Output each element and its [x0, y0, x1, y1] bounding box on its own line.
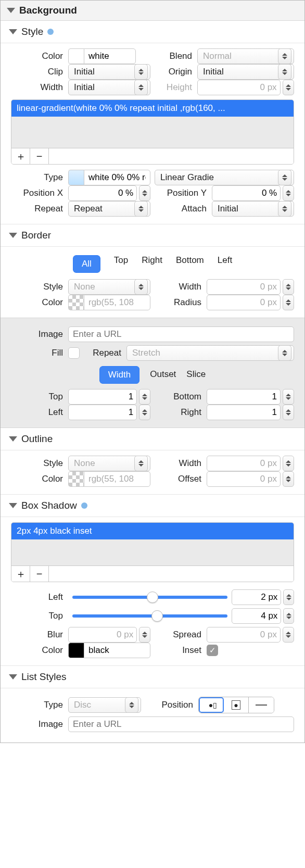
- shadow-top-stepper[interactable]: [283, 608, 294, 624]
- position-inside[interactable]: ●: [224, 697, 249, 713]
- side-bottom[interactable]: Bottom: [176, 255, 204, 273]
- border-repeat-select[interactable]: Stretch: [126, 345, 294, 361]
- gradient-list[interactable]: linear-gradient(white 0% 0% repeat initi…: [11, 99, 294, 165]
- bimg-top-stepper[interactable]: [139, 389, 150, 405]
- shadow-left-input[interactable]: [232, 589, 281, 605]
- subsection-border[interactable]: Border: [1, 224, 304, 247]
- bg-height-stepper[interactable]: [283, 80, 294, 95]
- shadow-list-item[interactable]: 2px 4px black inset: [11, 523, 294, 539]
- outline-width-stepper[interactable]: [283, 456, 294, 471]
- add-button[interactable]: ＋: [11, 148, 30, 164]
- wos-outset[interactable]: Outset: [150, 366, 176, 384]
- outline-style-select[interactable]: None: [68, 456, 150, 471]
- side-top[interactable]: Top: [114, 255, 128, 273]
- repeat-select[interactable]: Repeat: [68, 201, 150, 217]
- list-image-input[interactable]: [68, 716, 294, 732]
- subsection-style[interactable]: Style: [1, 21, 304, 43]
- repeat-label: Repeat: [11, 204, 68, 214]
- origin-select[interactable]: Initial: [197, 64, 294, 80]
- gradient-kind-select[interactable]: Linear Gradie: [155, 170, 294, 185]
- wos-width[interactable]: Width: [99, 366, 139, 384]
- border-color-swatch[interactable]: [68, 295, 84, 310]
- subsection-title: List Styles: [21, 671, 67, 683]
- shadow-left-slider[interactable]: [72, 596, 227, 599]
- pos-x-input[interactable]: [68, 185, 137, 201]
- subsection-list-styles[interactable]: List Styles: [1, 665, 304, 688]
- modified-indicator-icon: [47, 29, 54, 35]
- border-image-input[interactable]: [68, 326, 294, 342]
- side-all[interactable]: All: [73, 255, 100, 273]
- list-position-segmented[interactable]: ●▯ ●: [198, 697, 274, 713]
- outline-offset-label: Offset: [155, 474, 207, 484]
- bimg-right-input[interactable]: [207, 405, 281, 420]
- gradient-list-item[interactable]: linear-gradient(white 0% 0% repeat initi…: [11, 100, 294, 117]
- border-width-stepper[interactable]: [283, 279, 294, 295]
- border-radius-input[interactable]: [207, 295, 281, 310]
- shadow-list[interactable]: 2px 4px black inset ＋ −: [11, 522, 294, 582]
- border-style-select[interactable]: None: [68, 279, 150, 295]
- pos-x-label: Position X: [11, 188, 68, 198]
- disclosure-triangle-icon: [9, 674, 17, 680]
- shadow-spread-stepper[interactable]: [283, 627, 294, 643]
- outline-color-swatch[interactable]: [68, 471, 84, 487]
- border-width-input[interactable]: [207, 279, 281, 295]
- outline-color-input[interactable]: [84, 471, 150, 487]
- position-outside[interactable]: ●▯: [199, 697, 224, 713]
- gradient-kind-value: Linear Gradie: [160, 172, 214, 183]
- type-input[interactable]: [84, 170, 150, 185]
- bimg-top-input[interactable]: [68, 389, 137, 405]
- shadow-top-slider[interactable]: [72, 614, 227, 618]
- bimg-left-input[interactable]: [68, 405, 137, 420]
- disclosure-triangle-icon: [9, 436, 17, 442]
- border-width-label: Width: [155, 282, 207, 292]
- attach-label: Attach: [155, 204, 212, 214]
- clip-select[interactable]: Initial: [68, 64, 150, 80]
- add-button[interactable]: ＋: [11, 566, 30, 582]
- shadow-blur-label: Blur: [11, 630, 68, 640]
- shadow-blur-input[interactable]: [68, 627, 137, 643]
- bimg-bottom-stepper[interactable]: [283, 389, 294, 405]
- pos-x-stepper[interactable]: [139, 185, 150, 201]
- list-type-select[interactable]: Disc: [68, 697, 141, 713]
- bg-width-select[interactable]: Initial: [68, 80, 150, 95]
- shadow-color-input[interactable]: [84, 643, 150, 658]
- bimg-bottom-input[interactable]: [207, 389, 281, 405]
- origin-value: Initial: [203, 67, 224, 77]
- color-input[interactable]: [84, 48, 136, 64]
- subsection-box-shadow[interactable]: Box Shadow: [1, 494, 304, 517]
- bimg-right-label: Right: [155, 407, 207, 418]
- shadow-left-stepper[interactable]: [283, 589, 294, 605]
- section-background[interactable]: Background: [1, 1, 304, 21]
- color-swatch[interactable]: [68, 48, 84, 64]
- bimg-right-stepper[interactable]: [283, 405, 294, 420]
- wos-slice[interactable]: Slice: [186, 366, 206, 384]
- attach-select[interactable]: Initial: [212, 201, 294, 217]
- subsection-outline[interactable]: Outline: [1, 428, 304, 450]
- remove-button[interactable]: −: [30, 148, 49, 164]
- position-none[interactable]: [249, 697, 274, 713]
- border-fill-checkbox[interactable]: [68, 347, 80, 359]
- outline-offset-stepper[interactable]: [283, 471, 294, 487]
- side-right[interactable]: Right: [142, 255, 162, 273]
- bimg-left-stepper[interactable]: [139, 405, 150, 420]
- shadow-top-input[interactable]: [232, 608, 281, 624]
- bg-height-input[interactable]: [197, 80, 281, 95]
- type-swatch[interactable]: [68, 170, 84, 185]
- pos-y-input[interactable]: [212, 185, 281, 201]
- shadow-top-label: Top: [11, 611, 68, 621]
- border-radius-stepper[interactable]: [283, 295, 294, 310]
- disclosure-triangle-icon: [7, 8, 15, 13]
- blend-select[interactable]: Normal: [197, 48, 294, 64]
- pos-y-stepper[interactable]: [283, 185, 294, 201]
- border-color-input[interactable]: [84, 295, 150, 310]
- section-title: Background: [19, 5, 77, 16]
- outline-offset-input[interactable]: [207, 471, 281, 487]
- side-left[interactable]: Left: [218, 255, 232, 273]
- bg-width-value: Initial: [74, 82, 95, 93]
- shadow-spread-input[interactable]: [207, 627, 281, 643]
- shadow-color-swatch[interactable]: [68, 643, 84, 658]
- remove-button[interactable]: −: [30, 566, 49, 582]
- shadow-blur-stepper[interactable]: [139, 627, 150, 643]
- shadow-inset-checkbox[interactable]: ✓: [207, 645, 218, 656]
- outline-width-input[interactable]: [207, 456, 281, 471]
